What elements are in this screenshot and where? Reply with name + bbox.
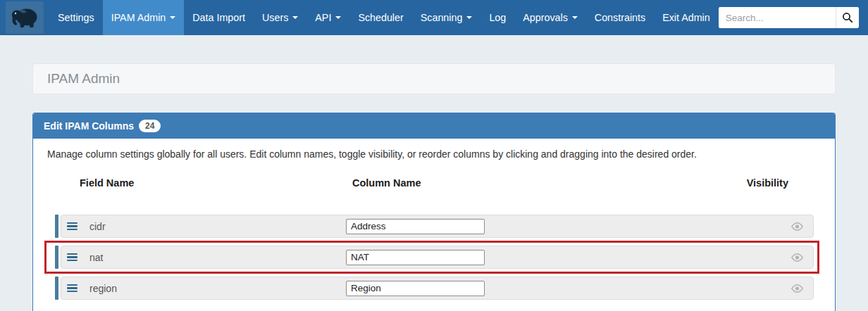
row-accent-bar — [55, 215, 58, 238]
visibility-toggle[interactable] — [791, 284, 803, 293]
nav-item-users[interactable]: Users — [254, 0, 306, 35]
column-row-nat: nat — [47, 246, 821, 269]
search-input[interactable] — [719, 7, 836, 28]
nav-menu: Settings IPAM Admin Data Import Users AP… — [49, 0, 719, 35]
nav-item-constraints[interactable]: Constraints — [586, 0, 654, 35]
draggable-row[interactable]: region — [61, 277, 814, 300]
column-row-cidr: cidr — [47, 215, 821, 238]
nav-item-ipam-admin[interactable]: IPAM Admin — [103, 0, 185, 35]
description-text: Manage column settings globally for all … — [47, 148, 821, 160]
elephant-logo — [10, 5, 39, 30]
column-name-input[interactable] — [346, 250, 485, 265]
drag-handle-icon[interactable] — [67, 253, 78, 262]
page-title: IPAM Admin — [47, 71, 120, 87]
caret-down-icon — [335, 16, 341, 19]
eye-icon — [791, 284, 803, 293]
column-name-input[interactable] — [346, 219, 485, 234]
count-badge: 24 — [139, 120, 161, 132]
eye-icon — [791, 222, 803, 231]
top-navbar: Settings IPAM Admin Data Import Users AP… — [0, 0, 868, 35]
card-header: Edit IPAM Columns 24 — [33, 113, 835, 139]
nav-item-approvals[interactable]: Approvals — [514, 0, 586, 35]
edit-columns-card: Edit IPAM Columns 24 Manage column setti… — [32, 113, 836, 311]
header-visibility: Visibility — [747, 177, 788, 189]
field-name-label: nat — [89, 252, 103, 263]
search-group — [719, 7, 859, 28]
page-heading-panel: IPAM Admin — [32, 63, 836, 94]
nav-item-log[interactable]: Log — [480, 0, 514, 35]
nav-item-scanning[interactable]: Scanning — [412, 0, 481, 35]
nav-item-exit-admin[interactable]: Exit Admin — [654, 0, 719, 35]
field-name-label: cidr — [89, 221, 106, 232]
column-name-input[interactable] — [346, 281, 485, 296]
eye-icon — [791, 253, 803, 262]
row-accent-bar — [55, 246, 58, 269]
row-accent-bar — [55, 277, 58, 300]
nav-item-api[interactable]: API — [306, 0, 349, 35]
nav-item-settings[interactable]: Settings — [49, 0, 103, 35]
caret-down-icon — [466, 16, 472, 19]
field-name-label: region — [89, 283, 117, 294]
draggable-row[interactable]: nat — [61, 246, 814, 269]
main-content: IPAM Admin Edit IPAM Columns 24 Manage c… — [32, 63, 836, 311]
nav-item-data-import[interactable]: Data Import — [184, 0, 254, 35]
drag-handle-icon[interactable] — [67, 284, 78, 293]
visibility-toggle[interactable] — [791, 222, 803, 231]
app-logo[interactable] — [6, 1, 44, 34]
drag-handle-icon[interactable] — [67, 222, 78, 231]
draggable-row[interactable]: cidr — [61, 215, 814, 238]
caret-down-icon — [170, 16, 175, 19]
caret-down-icon — [292, 16, 298, 19]
column-headers: Field Name Column Name Visibility — [47, 177, 821, 189]
navbar-right — [719, 0, 868, 35]
card-body: Manage column settings globally for all … — [33, 139, 835, 311]
card-title: Edit IPAM Columns — [44, 120, 134, 132]
caret-down-icon — [572, 16, 578, 19]
column-row-region: region — [47, 277, 821, 300]
visibility-toggle[interactable] — [791, 253, 803, 262]
search-button[interactable] — [836, 7, 859, 28]
header-field-name: Field Name — [80, 177, 134, 189]
search-icon — [842, 12, 853, 23]
nav-item-scheduler[interactable]: Scheduler — [349, 0, 411, 35]
header-column-name: Column Name — [352, 177, 421, 189]
